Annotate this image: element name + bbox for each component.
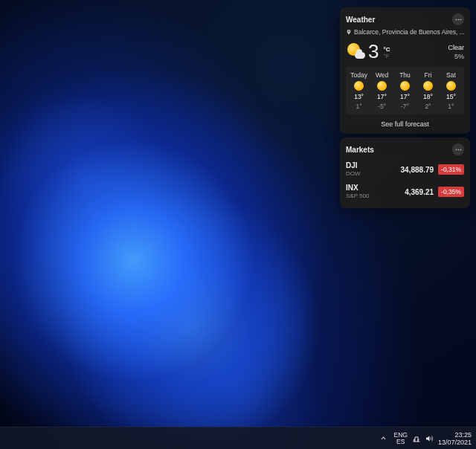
weather-more-button[interactable]: [452, 13, 464, 25]
weather-current: 3 °C °F Clear 5%: [346, 40, 464, 67]
forecast-row: Today 13° 1° Wed 17° -5° Thu 17° -7°: [346, 67, 464, 114]
widgets-panel: Weather Balcarce, Provincia de Buenos Ai…: [340, 7, 470, 208]
forecast-high: 17°: [400, 93, 410, 100]
weather-widget[interactable]: Weather Balcarce, Provincia de Buenos Ai…: [340, 7, 470, 134]
forecast-day-label: Today: [350, 71, 367, 79]
market-symbol: INX: [346, 184, 369, 192]
language-switcher[interactable]: ENG ES: [394, 432, 408, 445]
see-full-forecast-link[interactable]: See full forecast: [346, 119, 464, 129]
unit-toggle[interactable]: °C °F: [383, 46, 390, 59]
forecast-low: -7°: [401, 103, 409, 110]
forecast-high: 15°: [446, 93, 456, 100]
forecast-day[interactable]: Sat 15° 1°: [441, 71, 461, 110]
clock-tray-button[interactable]: 23:25 13/07/2021: [438, 431, 472, 446]
location-pin-icon: [346, 29, 352, 35]
forecast-low: 2°: [425, 103, 431, 110]
current-precip: 5%: [448, 52, 464, 61]
market-change-badge: -0,31%: [438, 164, 464, 175]
desktop[interactable]: Weather Balcarce, Provincia de Buenos Ai…: [0, 0, 476, 449]
sunny-icon: [423, 81, 433, 91]
markets-more-button[interactable]: [452, 143, 464, 155]
partly-cloudy-icon: [347, 43, 365, 59]
market-row[interactable]: DJI DOW 34,888.79 -0,31%: [346, 158, 464, 181]
forecast-day[interactable]: Thu 17° -7°: [395, 71, 415, 110]
network-tray-button[interactable]: [412, 434, 421, 443]
chevron-up-icon: [380, 435, 387, 442]
forecast-day-label: Wed: [376, 71, 388, 79]
taskbar-date: 13/07/2021: [438, 439, 472, 446]
forecast-high: 18°: [423, 93, 433, 100]
forecast-day[interactable]: Today 13° 1°: [349, 71, 369, 110]
weather-title: Weather: [346, 16, 375, 24]
market-row[interactable]: INX S&P 500 4,369.21 -0,35%: [346, 181, 464, 203]
taskbar-time: 23:25: [438, 431, 472, 439]
market-price: 4,369.21: [405, 188, 434, 196]
forecast-day[interactable]: Wed 17° -5°: [372, 71, 392, 110]
forecast-day-label: Fri: [424, 71, 431, 79]
forecast-low: -5°: [378, 103, 386, 110]
unit-fahrenheit[interactable]: °F: [383, 53, 390, 59]
forecast-day[interactable]: Fri 18° 2°: [418, 71, 438, 110]
current-temperature: 3: [368, 42, 379, 61]
speaker-icon: [425, 434, 434, 443]
svg-point-1: [457, 19, 459, 20]
market-price: 34,888.79: [401, 166, 434, 174]
forecast-high: 13°: [354, 93, 364, 100]
svg-point-3: [455, 149, 457, 150]
language-secondary: ES: [394, 439, 408, 445]
market-name: DOW: [346, 169, 361, 178]
sunny-icon: [446, 81, 456, 91]
market-symbol: DJI: [346, 161, 361, 169]
volume-tray-button[interactable]: [425, 434, 434, 443]
tray-overflow-button[interactable]: [377, 432, 390, 445]
sunny-icon: [377, 81, 387, 91]
svg-point-0: [455, 19, 457, 20]
markets-widget[interactable]: Markets DJI DOW 34,888.79 -0,31% INX: [340, 138, 470, 208]
forecast-high: 17°: [377, 93, 387, 100]
forecast-day-label: Sat: [446, 71, 456, 79]
unit-celsius[interactable]: °C: [383, 46, 390, 53]
forecast-low: 1°: [448, 103, 454, 110]
network-icon: [412, 434, 421, 443]
svg-point-5: [460, 149, 461, 150]
more-icon: [455, 149, 462, 151]
current-condition: Clear: [448, 43, 464, 52]
svg-point-4: [457, 149, 459, 150]
more-icon: [455, 19, 462, 21]
system-tray: [412, 434, 434, 443]
forecast-day-label: Thu: [399, 71, 411, 79]
forecast-low: 1°: [356, 103, 362, 110]
sunny-icon: [400, 81, 410, 91]
taskbar: ENG ES 23:25 13/07/2021: [0, 427, 476, 449]
market-name: S&P 500: [346, 192, 369, 200]
weather-location[interactable]: Balcarce, Provincia de Buenos Aires, ...: [346, 28, 464, 36]
market-change-badge: -0,35%: [438, 187, 464, 197]
sunny-icon: [354, 81, 364, 91]
markets-title: Markets: [346, 146, 374, 154]
svg-point-2: [460, 19, 461, 20]
weather-location-text: Balcarce, Provincia de Buenos Aires, ...: [354, 28, 464, 36]
